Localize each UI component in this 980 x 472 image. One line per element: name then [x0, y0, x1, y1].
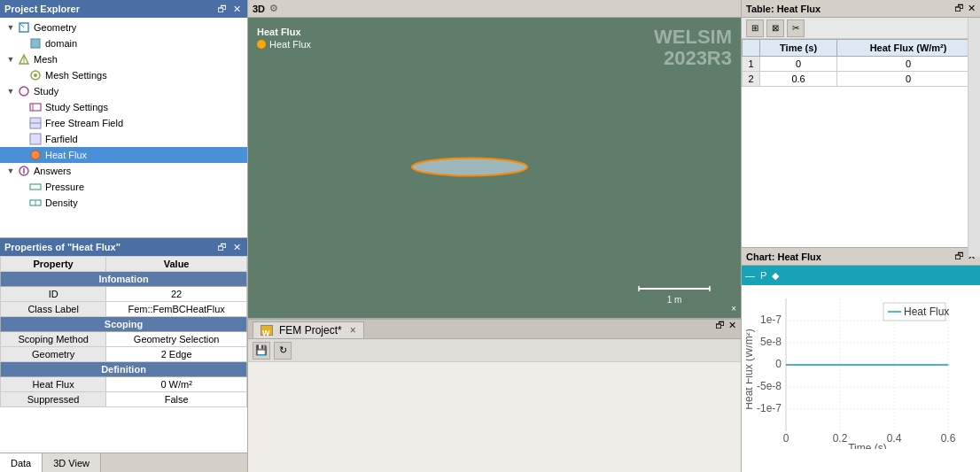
- tree-item-study-settings[interactable]: Study Settings: [0, 99, 247, 115]
- fem-tab-close-icon[interactable]: ×: [350, 324, 356, 337]
- density-icon: [28, 196, 43, 210]
- svg-rect-8: [30, 104, 41, 111]
- mesh-settings-label: Mesh Settings: [45, 70, 107, 81]
- restore-chart-icon[interactable]: 🗗: [954, 251, 964, 262]
- domain-label: domain: [45, 38, 77, 49]
- table-content: Time (s) Heat Flux (W/m²) 1 0 0 2 0.6: [742, 39, 980, 247]
- chart-toolbar-p[interactable]: P: [760, 270, 766, 281]
- prop-class-value: Fem::FemBCHeatFlux: [106, 302, 247, 317]
- study-settings-label: Study Settings: [45, 102, 108, 112]
- prop-suppressed-label: Suppressed: [1, 392, 106, 407]
- svg-text:Time (s): Time (s): [848, 442, 887, 449]
- section-information-label: Infomation: [1, 272, 247, 287]
- tree-item-density[interactable]: Density: [0, 195, 247, 211]
- mesh-icon: [17, 52, 31, 66]
- tree-item-mesh[interactable]: ▼ Mesh: [0, 51, 247, 67]
- close-table-icon[interactable]: ✕: [968, 3, 976, 14]
- chart-toolbar-diamond[interactable]: ◆: [772, 270, 779, 282]
- tree-item-free-stream[interactable]: Free Stream Field: [0, 115, 247, 131]
- legend-item-label: Heat Flux: [269, 39, 311, 50]
- section-definition: Definition: [1, 362, 247, 377]
- table-col-index: [743, 40, 760, 57]
- refresh-toolbar-btn[interactable]: ↻: [274, 342, 292, 360]
- svg-text:Heat Flux (W/m²): Heat Flux (W/m²): [746, 329, 755, 409]
- table-row-1: 1 0 0: [743, 57, 980, 72]
- tree-item-answers[interactable]: ▼ Answers: [0, 163, 247, 179]
- study-settings-icon: [28, 100, 43, 114]
- prop-scoping-method-label: Scoping Method: [1, 332, 106, 347]
- scale-bar: 1 m: [634, 284, 714, 305]
- restore-props-icon[interactable]: 🗗: [215, 241, 228, 253]
- table-col-heatflux: Heat Flux (W/m²): [837, 40, 980, 57]
- prop-suppressed-value: False: [106, 392, 247, 407]
- expand-answers-icon[interactable]: ▼: [4, 166, 17, 175]
- tab-data[interactable]: Data: [0, 453, 43, 472]
- chart-panel: Chart: Heat Flux 🗗 ✕ — P ◆: [742, 248, 980, 472]
- close-explorer-icon[interactable]: ✕: [230, 3, 243, 15]
- heat-flux-icon: [28, 148, 43, 162]
- project-explorer-header: Project Explorer 🗗 ✕: [0, 0, 247, 18]
- legend-title: Heat Flux: [257, 27, 311, 37]
- fem-project-tab[interactable]: W FEM Project* ×: [253, 321, 364, 338]
- svg-rect-12: [30, 134, 41, 144]
- table-row-2: 2 0.6 0: [743, 72, 980, 87]
- prop-geometry-value: 2 Edge: [106, 347, 247, 362]
- tree-item-farfield[interactable]: Farfield: [0, 131, 247, 147]
- geometry-label: Geometry: [34, 22, 76, 33]
- table-btn-3[interactable]: ✂: [787, 19, 805, 37]
- viewport-3d[interactable]: Heat Flux Heat Flux WELSIM2023R3: [248, 18, 741, 319]
- tree-item-heat-flux[interactable]: Heat Flux: [0, 147, 247, 163]
- prop-row-id: ID 22: [1, 287, 247, 302]
- tab-3d-view[interactable]: 3D View: [43, 453, 101, 472]
- svg-text:Heat Flux: Heat Flux: [904, 306, 949, 318]
- section-scoping-label: Scoping: [1, 317, 247, 332]
- tree-item-pressure[interactable]: Pressure: [0, 179, 247, 195]
- pressure-icon: [28, 180, 43, 194]
- study-label: Study: [34, 86, 58, 97]
- close-center-icon[interactable]: ✕: [728, 320, 736, 331]
- table-btn-1[interactable]: ⊞: [746, 19, 764, 37]
- table-btn-2[interactable]: ⊠: [766, 19, 784, 37]
- center-bottom-corner-icons: 🗗 ✕: [715, 320, 736, 331]
- prop-row-scoping-method: Scoping Method Geometry Selection: [1, 332, 247, 347]
- svg-text:0.2: 0.2: [833, 432, 848, 445]
- scale-label: 1 m: [667, 295, 682, 305]
- restore-table-icon[interactable]: 🗗: [954, 3, 964, 14]
- tree-item-study[interactable]: ▼ Study: [0, 83, 247, 99]
- domain-icon: [28, 36, 43, 50]
- brand-watermark: WELSIM2023R3: [654, 27, 732, 69]
- chart-toolbar: — P ◆: [742, 266, 980, 285]
- fem-tab-icon-label: W: [261, 329, 271, 337]
- center-toolbar: 💾 ↻: [248, 339, 741, 362]
- close-props-icon[interactable]: ✕: [230, 241, 243, 253]
- table-row-1-value: 0: [837, 57, 980, 72]
- prop-id-value: 22: [106, 287, 247, 302]
- restore-icon[interactable]: 🗗: [215, 3, 228, 15]
- table-row-1-time: 0: [760, 57, 837, 72]
- pressure-label: Pressure: [45, 182, 84, 192]
- legend-box: Heat Flux Heat Flux: [257, 27, 311, 50]
- save-toolbar-btn[interactable]: 💾: [253, 342, 270, 360]
- svg-point-19: [412, 158, 527, 175]
- expand-study-icon[interactable]: ▼: [4, 87, 17, 96]
- answers-label: Answers: [34, 166, 71, 176]
- tree-item-mesh-settings[interactable]: Mesh Settings: [0, 67, 247, 83]
- prop-heat-flux-label: Heat Flux: [1, 377, 106, 392]
- chart-toolbar-dash: —: [745, 270, 755, 281]
- svg-rect-16: [30, 184, 41, 190]
- svg-text:5e-8: 5e-8: [760, 336, 782, 348]
- chart-panel-title: Chart: Heat Flux: [746, 251, 821, 262]
- viewport-corner-btn[interactable]: ×: [731, 304, 736, 313]
- prop-heat-flux-value: 0 W/m²: [106, 377, 247, 392]
- tree-item-domain[interactable]: domain: [0, 35, 247, 51]
- table-panel: Table: Heat Flux 🗗 ✕ ⊞ ⊠ ✂ Time (s): [742, 0, 980, 248]
- expand-mesh-icon[interactable]: ▼: [4, 55, 17, 64]
- svg-rect-2: [31, 39, 40, 48]
- study-icon: [17, 84, 31, 98]
- restore-center-icon[interactable]: 🗗: [715, 320, 725, 331]
- expand-geometry-icon[interactable]: ▼: [4, 23, 17, 32]
- tree-item-geometry[interactable]: ▼ Geometry: [0, 19, 247, 35]
- viewport-settings-icon[interactable]: ⚙: [269, 3, 278, 14]
- prop-geometry-label: Geometry: [1, 347, 106, 362]
- free-stream-icon: [28, 116, 43, 130]
